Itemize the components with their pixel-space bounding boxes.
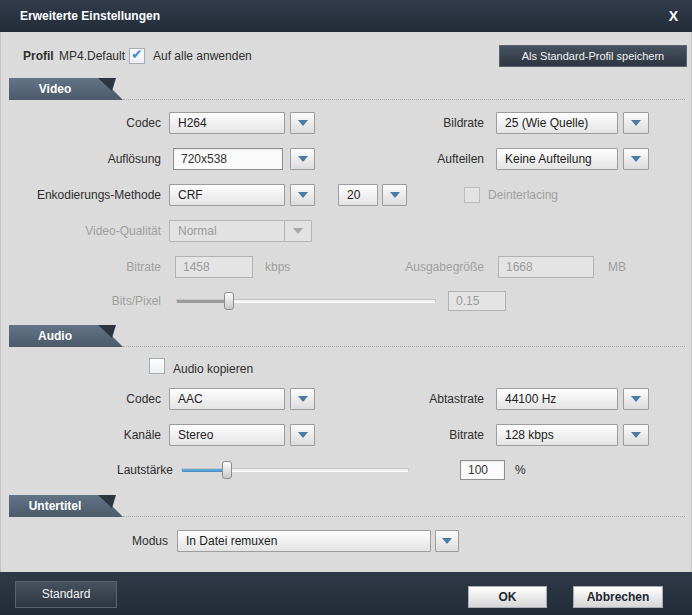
ok-button[interactable]: OK: [468, 586, 547, 608]
ausgabegroesse-input: [498, 256, 594, 278]
slider-fill: [177, 300, 229, 303]
deinterlacing-label: Deinterlacing: [488, 184, 558, 206]
video-qualitaet-dropdown: Normal: [169, 220, 285, 242]
aufloesung-label: Auflösung: [1, 148, 161, 170]
kanaele-dropdown-arrow[interactable]: [290, 424, 315, 446]
audio-section-title: Audio: [9, 325, 101, 347]
aufloesung-dropdown-arrow[interactable]: [290, 148, 315, 170]
crf-value-dropdown-arrow[interactable]: [382, 184, 407, 206]
slider-thumb[interactable]: [222, 461, 232, 479]
chevron-down-icon: [298, 156, 308, 162]
audio-copy-checkbox[interactable]: [149, 358, 165, 374]
deinterlacing-checkbox: [464, 187, 480, 203]
section-divider: [123, 516, 685, 517]
ausgabegroesse-unit: MB: [608, 256, 626, 278]
section-divider: [123, 346, 685, 347]
abtastrate-dropdown-arrow[interactable]: [623, 388, 649, 410]
chevron-down-icon: [293, 228, 303, 234]
crf-value-dropdown[interactable]: 20: [338, 184, 378, 206]
check-icon: ✔: [131, 46, 143, 62]
kanaele-dropdown[interactable]: Stereo: [169, 424, 285, 446]
enkodierung-dropdown[interactable]: CRF: [169, 184, 285, 206]
video-codec-dropdown[interactable]: H264: [169, 112, 285, 134]
save-default-profile-button[interactable]: Als Standard-Profil speichern: [499, 45, 687, 67]
cancel-button[interactable]: Abbrechen: [573, 586, 663, 608]
chevron-down-icon: [442, 538, 452, 544]
chevron-down-icon: [298, 120, 308, 126]
video-qualitaet-label: Video-Qualität: [1, 220, 161, 242]
untertitel-section-tab: Untertitel: [9, 495, 127, 517]
modus-label: Modus: [1, 530, 168, 552]
aufloesung-input[interactable]: [173, 148, 283, 170]
video-bitrate-unit: kbps: [265, 256, 290, 278]
audio-codec-label: Codec: [1, 388, 161, 410]
abtastrate-label: Abtastrate: [341, 388, 484, 410]
audio-bitrate-dropdown[interactable]: 128 kbps: [496, 424, 618, 446]
enkodierung-label: Enkodierungs-Methode: [1, 184, 161, 206]
chevron-down-icon: [390, 192, 400, 198]
profile-label: Profil: [23, 45, 54, 67]
chevron-down-icon: [298, 396, 308, 402]
slider-fill: [182, 469, 228, 472]
video-bitrate-label: Bitrate: [1, 256, 161, 278]
audio-codec-dropdown-arrow[interactable]: [290, 388, 315, 410]
advanced-settings-dialog: Erweiterte Einstellungen X Profil MP4.De…: [0, 0, 692, 615]
dialog-titlebar: Erweiterte Einstellungen X: [0, 0, 692, 32]
apply-all-checkbox[interactable]: ✔: [129, 48, 145, 64]
dialog-content: Profil MP4.Default ✔ Auf alle anwenden A…: [0, 32, 692, 572]
aufteilen-dropdown-arrow[interactable]: [623, 148, 649, 170]
audio-copy-label: Audio kopieren: [173, 358, 253, 380]
chevron-down-icon: [631, 396, 641, 402]
close-icon[interactable]: X: [669, 0, 678, 32]
bildrate-dropdown-arrow[interactable]: [623, 112, 649, 134]
modus-dropdown-arrow[interactable]: [435, 530, 459, 552]
audio-codec-dropdown[interactable]: AAC: [169, 388, 285, 410]
aufteilen-label: Aufteilen: [341, 148, 484, 170]
bildrate-label: Bildrate: [341, 112, 484, 134]
apply-all-label: Auf alle anwenden: [153, 45, 252, 67]
untertitel-section-title: Untertitel: [9, 495, 101, 517]
abtastrate-dropdown[interactable]: 44100 Hz: [496, 388, 618, 410]
bits-pixel-input: [448, 291, 506, 311]
dialog-footer: Standard OK Abbrechen: [0, 572, 692, 615]
enkodierung-dropdown-arrow[interactable]: [290, 184, 315, 206]
profile-value: MP4.Default: [59, 45, 125, 67]
video-codec-dropdown-arrow[interactable]: [290, 112, 315, 134]
video-qualitaet-dropdown-arrow: [284, 220, 312, 242]
chevron-down-icon: [631, 156, 641, 162]
section-divider: [123, 99, 685, 100]
lautstaerke-label: Lautstärke: [1, 459, 173, 481]
video-section-title: Video: [9, 78, 101, 100]
audio-bitrate-label: Bitrate: [341, 424, 484, 446]
bildrate-dropdown[interactable]: 25 (Wie Quelle): [496, 112, 618, 134]
lautstaerke-slider[interactable]: [181, 461, 409, 479]
video-codec-label: Codec: [1, 112, 161, 134]
chevron-down-icon: [631, 120, 641, 126]
kanaele-label: Kanäle: [1, 424, 161, 446]
dialog-title: Erweiterte Einstellungen: [20, 0, 160, 32]
video-section-tab: Video: [9, 78, 127, 100]
bits-pixel-slider: [176, 292, 436, 310]
lautstaerke-unit: %: [515, 459, 526, 481]
audio-bitrate-dropdown-arrow[interactable]: [623, 424, 649, 446]
ausgabegroesse-label: Ausgabegröße: [341, 256, 484, 278]
bits-pixel-label: Bits/Pixel: [1, 290, 161, 312]
aufteilen-dropdown[interactable]: Keine Aufteilung: [496, 148, 618, 170]
chevron-down-icon: [298, 432, 308, 438]
video-bitrate-input: [175, 256, 253, 278]
slider-thumb: [224, 292, 234, 310]
modus-dropdown[interactable]: In Datei remuxen: [177, 530, 431, 552]
lautstaerke-input[interactable]: [460, 460, 505, 480]
audio-section-tab: Audio: [9, 325, 127, 347]
standard-button[interactable]: Standard: [15, 581, 117, 608]
chevron-down-icon: [298, 192, 308, 198]
chevron-down-icon: [631, 432, 641, 438]
